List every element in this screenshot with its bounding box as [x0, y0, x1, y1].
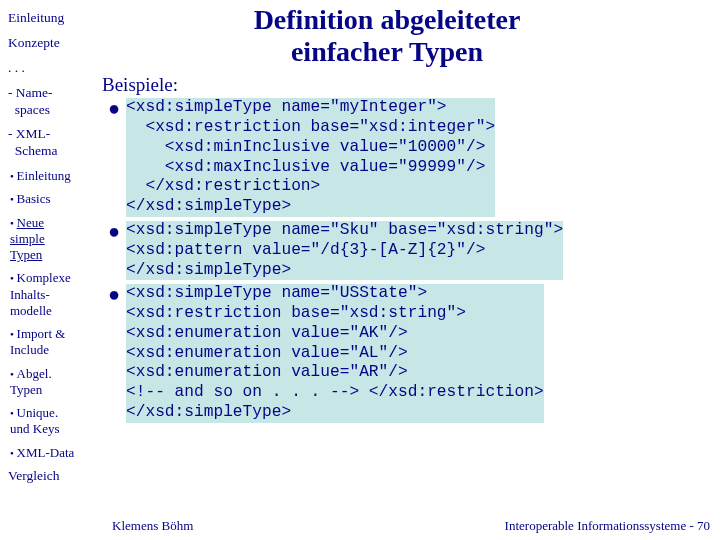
- main-content: Definition abgeleiteter einfacher Typen …: [102, 0, 720, 540]
- sidebar-item-6[interactable]: • Basics: [8, 191, 96, 207]
- code-block-1: <xsd:simpleType name="myInteger"> <xsd:r…: [126, 98, 495, 217]
- example-item-1: ● <xsd:simpleType name="myInteger"> <xsd…: [108, 98, 712, 217]
- sidebar-item-9[interactable]: • Import & Include: [8, 326, 96, 359]
- bullet-dot-icon: •: [10, 328, 17, 340]
- example-item-2: ● <xsd:simpleType name="Sku" base="xsd:s…: [108, 221, 712, 280]
- sidebar-item-label: Einleitung: [17, 168, 71, 183]
- title-line-1: Definition abgeleiteter: [254, 4, 521, 35]
- sidebar-item-label: Basics: [17, 191, 51, 206]
- code-text: <xsd:simpleType name="Sku" base="xsd:str…: [126, 221, 563, 280]
- bullet-dot-icon: •: [10, 193, 17, 205]
- example-item-3: ● <xsd:simpleType name="USState"> <xsd:r…: [108, 284, 712, 422]
- slide-title: Definition abgeleiteter einfacher Typen: [102, 4, 672, 68]
- sidebar-item-label: Abgel. Typen: [10, 366, 52, 397]
- title-line-2: einfacher Typen: [291, 36, 483, 67]
- sidebar-item-8[interactable]: • Komplexe Inhalts- modelle: [8, 270, 96, 319]
- bullet-dot-icon: •: [10, 170, 17, 182]
- code-block-2: <xsd:simpleType name="Sku" base="xsd:str…: [126, 221, 563, 280]
- sidebar-item-10[interactable]: • Abgel. Typen: [8, 366, 96, 399]
- sidebar-item-1[interactable]: Konzepte: [8, 35, 96, 52]
- sidebar-nav: EinleitungKonzepte. . .- Name- spaces- X…: [0, 0, 102, 540]
- sidebar-item-label: Unique. und Keys: [10, 405, 59, 436]
- bullet-dot-icon: •: [10, 368, 17, 380]
- bullet-dot-icon: •: [10, 407, 17, 419]
- footer-page-number: Interoperable Informationssysteme - 70: [505, 518, 710, 534]
- sidebar-item-13[interactable]: Vergleich: [8, 468, 96, 485]
- footer-author: Klemens Böhm: [112, 518, 193, 534]
- bullet-dot-icon: •: [10, 447, 17, 459]
- sidebar-item-4[interactable]: - XML- Schema: [8, 126, 96, 160]
- sidebar-item-label: Komplexe Inhalts- modelle: [10, 270, 71, 318]
- example-list: ● <xsd:simpleType name="myInteger"> <xsd…: [102, 98, 712, 422]
- sidebar-item-11[interactable]: • Unique. und Keys: [8, 405, 96, 438]
- bullet-icon: ●: [108, 284, 126, 304]
- sidebar-item-label: XML-Data: [17, 445, 75, 460]
- slide: EinleitungKonzepte. . .- Name- spaces- X…: [0, 0, 720, 540]
- bullet-icon: ●: [108, 98, 126, 118]
- bullet-icon: ●: [108, 221, 126, 241]
- sidebar-item-label: Import & Include: [10, 326, 65, 357]
- sidebar-item-3[interactable]: - Name- spaces: [8, 85, 96, 119]
- bullet-dot-icon: •: [10, 272, 17, 284]
- sidebar-item-2[interactable]: . . .: [8, 60, 96, 77]
- code-text: <xsd:simpleType name="USState"> <xsd:res…: [126, 284, 544, 422]
- sidebar-item-5[interactable]: • Einleitung: [8, 168, 96, 184]
- sidebar-item-0[interactable]: Einleitung: [8, 10, 96, 27]
- sidebar-item-7[interactable]: • Neue simple Typen: [8, 215, 96, 264]
- examples-heading: Beispiele:: [102, 74, 712, 96]
- code-block-3: <xsd:simpleType name="USState"> <xsd:res…: [126, 284, 544, 422]
- bullet-dot-icon: •: [10, 217, 17, 229]
- sidebar-item-12[interactable]: • XML-Data: [8, 445, 96, 461]
- code-text: <xsd:simpleType name="myInteger"> <xsd:r…: [126, 98, 495, 217]
